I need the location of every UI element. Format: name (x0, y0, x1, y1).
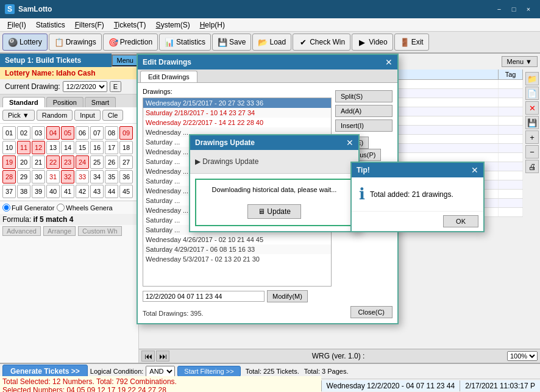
number-cell-04[interactable]: 04 (46, 126, 60, 140)
toolbar-save[interactable]: 💾 Save (212, 34, 251, 51)
number-cell-28[interactable]: 28 (2, 170, 16, 184)
toolbar-checkwin[interactable]: ✔ Check Win (293, 34, 350, 51)
number-cell-30[interactable]: 30 (32, 170, 45, 184)
number-cell-29[interactable]: 29 (17, 170, 30, 184)
number-cell-40[interactable]: 40 (46, 185, 60, 198)
toolbar-exit[interactable]: 🚪 Exit (394, 34, 429, 51)
nav-last[interactable]: ⏭ (156, 351, 169, 362)
number-cell-24[interactable]: 24 (76, 155, 89, 169)
insert-button[interactable]: Insert(I) (335, 119, 393, 132)
number-cell-22[interactable]: 22 (46, 155, 60, 169)
edit-drawings-tab[interactable]: Edit Drawings (140, 71, 197, 82)
icon-btn-1[interactable]: 📁 (525, 72, 539, 85)
random-button[interactable]: Random (37, 110, 73, 121)
number-cell-06[interactable]: 06 (76, 126, 89, 140)
number-cell-21[interactable]: 21 (32, 155, 45, 169)
number-cell-13[interactable]: 13 (46, 141, 60, 154)
number-cell-34[interactable]: 34 (90, 170, 104, 184)
number-cell-10[interactable]: 10 (2, 141, 16, 154)
number-cell-02[interactable]: 02 (17, 126, 30, 140)
tip-ok-button[interactable]: OK (443, 215, 478, 227)
number-cell-23[interactable]: 23 (61, 155, 74, 169)
icon-btn-delete[interactable]: ✕ (525, 101, 539, 115)
drawings-update-close[interactable]: ✕ (346, 138, 353, 148)
number-cell-01[interactable]: 01 (2, 126, 16, 140)
minimize-button[interactable]: − (492, 4, 506, 15)
number-cell-44[interactable]: 44 (105, 185, 118, 198)
number-cell-15[interactable]: 15 (76, 141, 89, 154)
list-item[interactable]: Wednesday 5/3/2017 - 02 13 20 21 30 (143, 254, 331, 264)
arrange-button[interactable]: Arrange (43, 226, 76, 236)
pick-button[interactable]: Pick ▼ (2, 110, 35, 121)
number-cell-11[interactable]: 11 (17, 141, 30, 154)
icon-btn-4[interactable]: 💾 (525, 116, 539, 129)
number-cell-37[interactable]: 37 (2, 185, 16, 198)
number-cell-27[interactable]: 27 (119, 155, 133, 169)
add-button[interactable]: Add(A) (335, 105, 393, 117)
number-cell-20[interactable]: 20 (17, 155, 30, 169)
number-cell-16[interactable]: 16 (90, 141, 104, 154)
edit-drawings-close[interactable]: ✕ (385, 57, 393, 67)
number-cell-05[interactable]: 05 (61, 126, 74, 140)
number-cell-39[interactable]: 39 (32, 185, 45, 198)
tip-close-button[interactable]: ✕ (471, 165, 478, 175)
toolbar-statistics[interactable]: 📊 Statistics (159, 34, 211, 51)
tab-standard[interactable]: Standard (2, 97, 45, 107)
drawing-value-input[interactable] (143, 291, 265, 302)
list-item[interactable]: Wednesday 4/26/2017 - 02 10 21 44 45 (143, 235, 331, 244)
clear-button[interactable]: Cle (102, 110, 124, 121)
number-cell-36[interactable]: 36 (119, 170, 133, 184)
list-item[interactable]: Wednesday 2/15/2017 - 20 27 32 33 36 (143, 98, 331, 108)
number-cell-33[interactable]: 33 (76, 170, 89, 184)
menu-button[interactable]: Menu (112, 54, 138, 66)
toolbar-load[interactable]: 📂 Load (252, 34, 291, 51)
number-cell-14[interactable]: 14 (61, 141, 74, 154)
input-button[interactable]: Input (74, 110, 100, 121)
tab-position[interactable]: Position (46, 97, 83, 107)
menu-tickets[interactable]: Tickets(T) (109, 20, 151, 30)
close-button[interactable]: × (522, 4, 535, 15)
menu-system[interactable]: System(S) (151, 20, 195, 30)
number-cell-17[interactable]: 17 (105, 141, 118, 154)
custom-wh-button[interactable]: Custom Wh (78, 226, 121, 236)
number-cell-08[interactable]: 08 (105, 126, 118, 140)
menu-file[interactable]: File(I) (2, 20, 31, 30)
toolbar-drawings[interactable]: 📋 Drawings (49, 34, 102, 51)
modify-button[interactable]: Modify(M) (267, 290, 308, 302)
wheels-generator-label[interactable]: Wheels Genera (57, 204, 112, 212)
menu-statistics[interactable]: Statistics (31, 20, 70, 30)
number-cell-45[interactable]: 45 (119, 185, 133, 198)
number-cell-12[interactable]: 12 (32, 141, 45, 154)
tab-smart[interactable]: Smart (85, 97, 116, 107)
menu-help[interactable]: Help(H) (195, 20, 230, 30)
number-cell-32[interactable]: 32 (61, 170, 74, 184)
advanced-button[interactable]: Advanced (2, 226, 41, 236)
list-item[interactable]: Wednesday 2/22/2017 - 14 21 22 28 40 (143, 118, 331, 127)
full-generator-radio[interactable] (2, 204, 10, 212)
number-cell-19[interactable]: 19 (2, 155, 16, 169)
icon-btn-plus[interactable]: + (525, 130, 539, 144)
update-button[interactable]: 🖥 Update (247, 204, 301, 219)
menu-filters[interactable]: Filters(F) (70, 20, 109, 30)
list-item[interactable]: Saturday 4/29/2017 - 06 08 15 16 33 (143, 244, 331, 254)
drawings-close-button[interactable]: Close(C) (350, 306, 393, 318)
icon-btn-print[interactable]: 🖨 (525, 160, 539, 173)
drawing-date-select[interactable]: 12/2/2020 (63, 81, 107, 92)
number-cell-25[interactable]: 25 (90, 155, 104, 169)
toolbar-prediction[interactable]: 🎯 Prediction (103, 34, 158, 51)
number-cell-31[interactable]: 31 (46, 170, 60, 184)
number-cell-18[interactable]: 18 (119, 141, 133, 154)
full-generator-label[interactable]: Full Generator (2, 204, 54, 212)
toolbar-video[interactable]: ▶ Video (352, 34, 393, 51)
split-button[interactable]: Split(S) (335, 90, 393, 102)
number-cell-03[interactable]: 03 (32, 126, 45, 140)
maximize-button[interactable]: □ (507, 4, 520, 15)
number-cell-35[interactable]: 35 (105, 170, 118, 184)
number-cell-43[interactable]: 43 (90, 185, 104, 198)
icon-btn-2[interactable]: 📄 (525, 87, 539, 100)
right-menu-button[interactable]: Menu ▼ (502, 56, 538, 67)
number-cell-41[interactable]: 41 (61, 185, 74, 198)
list-item[interactable]: Saturday 2/18/2017 - 10 14 23 27 34 (143, 108, 331, 118)
number-cell-26[interactable]: 26 (105, 155, 118, 169)
filter-button[interactable]: Start Filtering >> (177, 366, 240, 377)
